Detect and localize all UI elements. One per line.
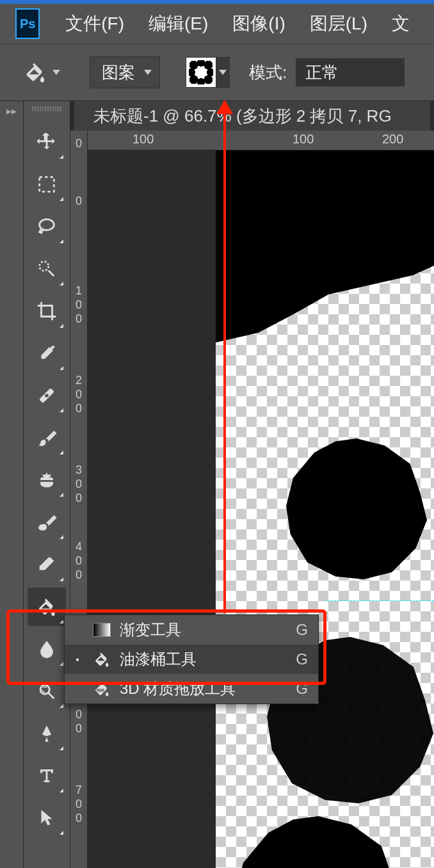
pattern-swatch[interactable]: [186, 57, 216, 88]
paint-bucket-icon: [23, 60, 47, 84]
dodge-tool[interactable]: [28, 672, 66, 711]
move-tool[interactable]: [28, 123, 66, 161]
paint-bucket-icon: [90, 650, 113, 669]
menu-image[interactable]: 图像(I): [232, 12, 285, 36]
chevron-down-icon: [52, 70, 60, 75]
active-indicator-icon: ▪: [71, 654, 84, 664]
horizontal-guide[interactable]: [325, 600, 434, 601]
paint-bucket-tool[interactable]: [28, 588, 66, 626]
menu-edit[interactable]: 编辑(E): [149, 12, 208, 36]
eraser-tool[interactable]: [28, 545, 66, 584]
path-selection-tool[interactable]: [28, 799, 66, 837]
document-tab[interactable]: 未标题-1 @ 66.7% (多边形 2 拷贝 7, RG: [74, 101, 430, 131]
type-tool[interactable]: [28, 757, 66, 795]
menu-layer[interactable]: 图层(L): [310, 12, 367, 36]
horizontal-ruler[interactable]: 100 100 200: [88, 131, 434, 150]
panel-dock[interactable]: ▸▸: [0, 101, 24, 868]
svg-point-1: [40, 262, 49, 271]
chevron-down-icon: [144, 70, 152, 75]
chevron-down-icon: [219, 70, 227, 75]
flyout-gradient-tool[interactable]: 渐变工具 G: [65, 615, 318, 645]
toolbox: [24, 101, 70, 868]
menu-type-partial[interactable]: 文: [392, 12, 410, 36]
flyout-3d-material-drop-tool[interactable]: 3D 材质拖放工具 G: [65, 674, 318, 703]
marquee-tool[interactable]: [28, 165, 66, 204]
fill-source-dropdown[interactable]: 图案: [90, 56, 160, 88]
pattern-preview: [189, 60, 213, 84]
flyout-paint-bucket-tool[interactable]: ▪ 油漆桶工具 G: [65, 645, 318, 674]
lasso-tool[interactable]: [28, 207, 66, 246]
crop-tool[interactable]: [28, 292, 66, 330]
gradient-icon: [90, 620, 113, 639]
blur-tool[interactable]: [28, 630, 66, 668]
tool-flyout-menu: 渐变工具 G ▪ 油漆桶工具 G 3D 材质拖放工具 G: [64, 615, 319, 704]
material-drop-icon: [90, 679, 113, 698]
blend-mode-label: 模式:: [249, 61, 287, 84]
document-area: 未标题-1 @ 66.7% (多边形 2 拷贝 7, RG 0 0 100 20…: [70, 101, 434, 868]
canvas[interactable]: [88, 150, 434, 868]
eyedropper-tool[interactable]: [28, 334, 66, 373]
current-tool-preview[interactable]: [19, 58, 64, 86]
pen-tool[interactable]: [28, 714, 66, 753]
blend-mode-dropdown[interactable]: 正常: [296, 58, 405, 86]
expand-dock-icon[interactable]: ▸▸: [6, 105, 17, 117]
toolbox-grip[interactable]: [32, 106, 61, 111]
clone-stamp-tool[interactable]: [28, 461, 66, 499]
menu-file[interactable]: 文件(F): [65, 12, 124, 36]
app-logo[interactable]: Ps: [15, 8, 40, 39]
healing-brush-tool[interactable]: [28, 376, 66, 415]
menu-bar: Ps 文件(F) 编辑(E) 图像(I) 图层(L) 文: [0, 4, 434, 44]
pattern-picker-dropdown[interactable]: [216, 57, 230, 88]
svg-rect-4: [97, 689, 104, 692]
quick-selection-tool[interactable]: [28, 250, 66, 288]
svg-rect-0: [40, 177, 54, 192]
fill-source-label: 图案: [102, 61, 135, 84]
vertical-ruler[interactable]: 0 0 100 200 300 400 500 600 700: [70, 131, 88, 868]
history-brush-tool[interactable]: [28, 503, 66, 542]
options-bar: 图案 模式: 正常: [0, 44, 434, 101]
brush-tool[interactable]: [28, 419, 66, 457]
